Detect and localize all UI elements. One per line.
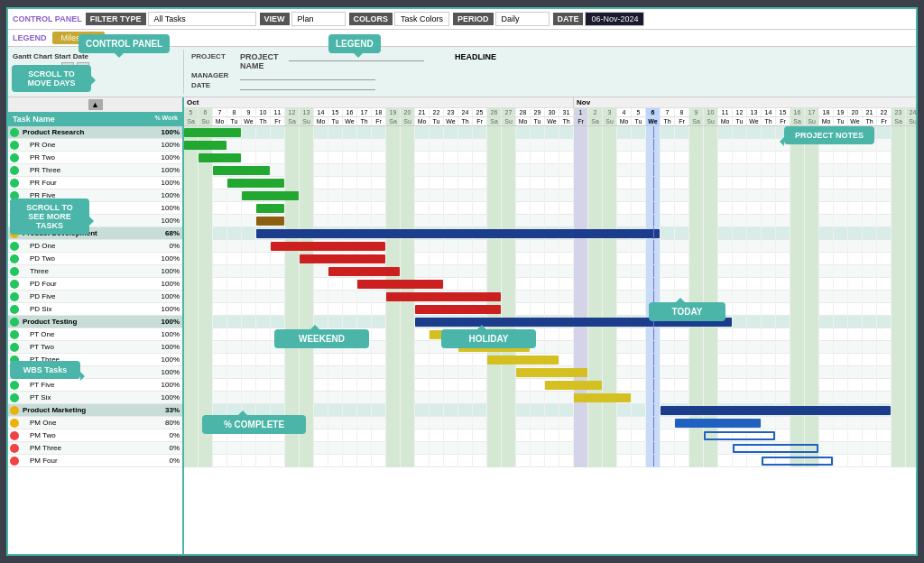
- gantt-bar: [704, 431, 775, 440]
- task-pct: 100%: [153, 280, 182, 288]
- task-status-dot: [10, 153, 19, 162]
- today-line: [653, 253, 654, 264]
- day-of-week-cell: Tu: [430, 117, 444, 125]
- day-number-cell: 24: [906, 108, 916, 116]
- task-row: Project Launch100%: [8, 215, 182, 227]
- day-number-cell: 22: [877, 108, 892, 116]
- task-status-dot: [10, 368, 19, 377]
- filter-type-value[interactable]: All Tasks: [148, 12, 256, 26]
- gantt-bar: [415, 318, 732, 327]
- gantt-row: [184, 404, 916, 417]
- task-row: PD One0%: [8, 240, 182, 253]
- today-line: [653, 303, 654, 315]
- day-number-cell: 25: [473, 108, 487, 116]
- colors-value[interactable]: Task Colors: [394, 12, 449, 26]
- day-of-week-cell: Su: [906, 117, 916, 125]
- task-row: PD Six100%: [8, 303, 182, 316]
- task-name-cell: PM Three: [21, 444, 153, 452]
- task-status-dot: [10, 254, 19, 263]
- task-row: PR Two100%: [8, 152, 182, 164]
- headline-label: HEADLINE: [455, 52, 496, 70]
- task-name-cell: PT One: [21, 330, 153, 338]
- day-number-cell: 7: [213, 108, 227, 116]
- today-line: [653, 139, 654, 151]
- task-status-dot: [10, 141, 19, 150]
- task-name-cell: Three: [21, 267, 153, 275]
- date-key: DATE: [191, 81, 236, 90]
- task-status-dot: [10, 381, 19, 390]
- gantt-row: [184, 303, 916, 316]
- task-row: PT Five100%: [8, 379, 182, 392]
- task-status-dot: [10, 229, 19, 238]
- task-pct: 100%: [153, 254, 182, 263]
- task-name-cell: PM Two: [21, 431, 153, 439]
- date-nav: 05-Oct-2024 ‹ ›: [13, 62, 179, 75]
- gantt-bar: [661, 406, 891, 415]
- day-of-week-cell: We: [343, 117, 357, 125]
- gantt-bar: [415, 305, 501, 314]
- task-row: Product Research100%: [8, 126, 182, 139]
- day-number-cell: 13: [747, 108, 762, 116]
- task-row: PR Three100%: [8, 164, 182, 177]
- gantt-row: [184, 341, 916, 354]
- day-number-cell: 30: [545, 108, 559, 116]
- gantt-row: [184, 164, 916, 177]
- task-name-cell: Product Marketing: [21, 406, 153, 414]
- day-of-week-cell: Mo: [415, 117, 430, 125]
- day-number-cell: 14: [314, 108, 328, 116]
- day-number-cell: 1: [574, 108, 588, 116]
- task-status-dot: [10, 406, 19, 415]
- project-name-field[interactable]: [289, 52, 424, 61]
- task-panel-header: Task Name % Work: [8, 112, 182, 126]
- legend-bar: LEGEND Milestone: [8, 30, 916, 47]
- today-line: [653, 215, 654, 226]
- scroll-up-btn[interactable]: ▲: [88, 99, 103, 110]
- date-value[interactable]: 06-Nov-2024: [585, 12, 644, 26]
- task-row: PT Two100%: [8, 341, 182, 354]
- task-scroll-controls: ▲: [8, 97, 182, 112]
- gantt-bar: [545, 381, 602, 390]
- day-of-week-cell: Mo: [617, 117, 632, 125]
- manager-field[interactable]: [240, 71, 375, 80]
- project-right: PROJECT PROJECT NAME HEADLINE MANAGER DA…: [184, 50, 916, 94]
- period-value[interactable]: Daily: [495, 12, 550, 26]
- task-name-cell: PD Five: [21, 292, 153, 300]
- nav-next-btn[interactable]: ›: [77, 62, 89, 75]
- day-of-week-cell: Sa: [487, 117, 502, 125]
- view-value[interactable]: Plan: [291, 12, 346, 26]
- task-status-dot: [10, 457, 19, 466]
- day-number-cell: 29: [531, 108, 545, 116]
- nav-prev-btn[interactable]: ‹: [61, 62, 74, 75]
- today-line: [653, 189, 654, 201]
- today-line: [653, 152, 654, 163]
- day-number-cell: 15: [328, 108, 343, 116]
- gantt-bar: [487, 355, 559, 365]
- date-label: DATE: [553, 13, 584, 25]
- task-row: PM Three0%: [8, 442, 182, 455]
- task-name-cell: PR Two: [21, 153, 153, 162]
- day-number-cell: 20: [401, 108, 415, 116]
- task-name-cell: Stakeholder Meeting: [21, 204, 153, 212]
- task-status-dot: [10, 355, 19, 365]
- day-of-week-cell: Mo: [819, 117, 834, 125]
- day-number-cell: 12: [733, 108, 747, 116]
- start-date: 05-Oct-2024: [13, 64, 59, 73]
- day-number-cell: 11: [271, 108, 285, 116]
- task-pct: 100%: [153, 292, 182, 300]
- task-row: PD Two100%: [8, 253, 182, 265]
- day-of-week-cell: Sa: [184, 117, 199, 125]
- task-status-dot: [10, 242, 19, 251]
- day-number-cell: 31: [559, 108, 574, 116]
- day-number-cell: 27: [502, 108, 516, 116]
- gantt-row: [184, 366, 916, 379]
- task-name-cell: PT Three: [21, 355, 153, 364]
- task-status-dot: [10, 393, 19, 402]
- day-number-cell: 10: [256, 108, 271, 116]
- task-pct: 100%: [153, 128, 182, 136]
- day-number-cell: 12: [285, 108, 300, 116]
- task-status-dot: [10, 330, 19, 339]
- today-line: [653, 328, 654, 340]
- project-key: PROJECT: [191, 52, 236, 70]
- date-field[interactable]: [240, 81, 375, 90]
- manager-row: MANAGER: [191, 71, 909, 80]
